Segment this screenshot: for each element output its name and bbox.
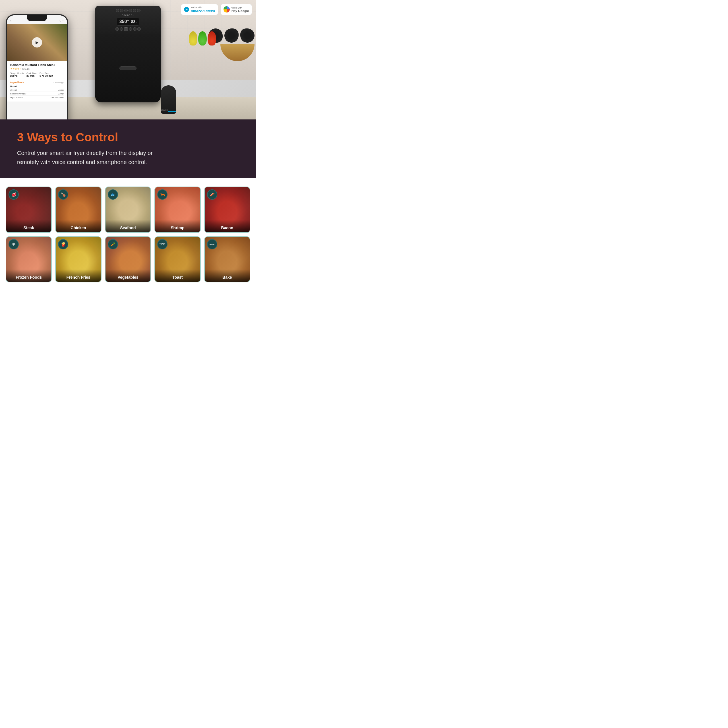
bowl xyxy=(220,44,254,61)
food-item-frozen-foods[interactable]: ❄ Frozen Foods xyxy=(6,236,52,282)
alexa-brand: amazon alexa xyxy=(191,9,215,13)
bacon-label: Bacon xyxy=(205,220,250,232)
btn3 xyxy=(124,9,128,12)
alexa-badge: ≋ works with amazon alexa xyxy=(181,4,218,15)
echo-ring xyxy=(168,111,176,112)
fruit-bowl xyxy=(220,44,254,61)
food-item-bake[interactable]: BAKE Bake xyxy=(204,236,250,282)
echo-brand: amazon xyxy=(161,109,168,111)
control-section: 3 Ways to Control Control your smart air… xyxy=(0,119,256,178)
bake-badge: BAKE xyxy=(207,239,217,249)
seafood-label: Seafood xyxy=(106,220,150,232)
google-icon xyxy=(223,6,230,12)
airfryer-buttons-row1 xyxy=(116,9,141,12)
fruit-red xyxy=(208,31,216,46)
airfryer-buttons-row2 xyxy=(115,27,141,31)
prep-label: Prep Time xyxy=(40,72,53,75)
phone-food-image: ▶ xyxy=(7,24,67,61)
btn2 xyxy=(120,9,124,12)
cook-meta: Cook Time 35 min xyxy=(26,72,37,77)
ingredients-title: Ingredients xyxy=(10,81,24,84)
shrimp-label: Shrimp xyxy=(155,220,200,232)
bread-section: Bread xyxy=(10,85,64,87)
ing2-name: balsamic vinegar xyxy=(10,92,26,95)
frozen-label: Frozen Foods xyxy=(6,269,51,282)
fruit-green xyxy=(198,31,207,46)
steak-icon: 🥩 xyxy=(9,190,19,200)
airfryer-lower xyxy=(95,34,161,102)
ing3-amount: 2 tablespoons xyxy=(50,96,64,99)
btn12 xyxy=(138,27,141,31)
echo-device: amazon xyxy=(161,85,176,114)
phone-screen: ‹ ♡ ↑ ▶ Balsamic Mustard Flank Steak ★★★… xyxy=(7,15,67,119)
google-badge: works with Hey Google xyxy=(220,4,252,15)
rating-count: (30.1k) xyxy=(23,67,31,70)
cook-value: 35 min xyxy=(26,75,37,77)
food-item-shrimp[interactable]: 🦐 Shrimp xyxy=(154,187,200,232)
food-item-toast[interactable]: TOAST Toast xyxy=(154,236,200,282)
google-brand: Hey Google xyxy=(231,9,249,12)
btn9 xyxy=(124,27,128,31)
control-text: 3 Ways to Control Control your smart air… xyxy=(17,131,239,167)
phone-action-icons: ♡ ↑ xyxy=(59,19,64,23)
vegetables-label: Vegetables xyxy=(106,269,150,282)
btn8 xyxy=(120,27,123,31)
food-item-vegetables[interactable]: 🥕 Vegetables xyxy=(105,236,151,282)
alexa-icon: ≋ xyxy=(184,7,189,12)
seafood-icon: 🐟 xyxy=(108,190,118,200)
airfryer-display: 350° 88. xyxy=(117,18,139,26)
avocado3 xyxy=(240,28,254,43)
recipe-meta: Temp: (Roast) 220 °F Cook Time 35 min Pr… xyxy=(10,72,64,80)
food-item-bacon[interactable]: 🥓 Bacon xyxy=(204,187,250,232)
btn11 xyxy=(133,27,136,31)
food-item-chicken[interactable]: 🍗 Chicken xyxy=(55,187,101,232)
toast-badge-text: TOAST xyxy=(159,243,165,245)
alexa-text-container: works with amazon alexa xyxy=(191,6,215,13)
recipe-rating: ★★★★☆ (30.1k) xyxy=(10,67,64,70)
btn6 xyxy=(137,9,141,12)
temp-meta: Temp: (Roast) 220 °F xyxy=(10,72,24,77)
chicken-label: Chicken xyxy=(56,220,101,232)
airfryer-top: COSORI 350° 88. xyxy=(95,6,161,34)
fruit-yellow xyxy=(189,31,197,46)
ingredient-row-3: Dijon mustard 2 tablespoons xyxy=(10,96,64,99)
bacon-icon: 🥓 xyxy=(207,190,217,200)
play-button[interactable]: ▶ xyxy=(32,37,42,47)
food-grid-section: 🥩 Steak 🍗 Chicken 🐟 Seafood 🦐 Shrimp xyxy=(0,178,256,291)
servings: 2 Servings xyxy=(53,81,64,84)
temp-label: Temp: (Roast) xyxy=(10,72,24,75)
alexa-works-with: works with xyxy=(191,6,215,9)
bake-badge-text: BAKE xyxy=(210,243,214,245)
btn4 xyxy=(128,9,132,12)
fruits xyxy=(189,31,216,46)
vegetables-icon: 🥕 xyxy=(108,239,118,249)
temp-value: 220 °F xyxy=(10,75,24,77)
ing1-amount: ¼ cup xyxy=(58,89,64,91)
ingredients-header: Ingredients 2 Servings xyxy=(10,81,64,84)
airfryer-handle xyxy=(119,66,136,70)
phone-notch xyxy=(27,15,47,21)
control-description: Control your smart air fryer directly fr… xyxy=(17,148,165,167)
top-section: ≋ works with amazon alexa works with Hey… xyxy=(0,0,256,119)
btn1 xyxy=(116,9,119,12)
phone-mockup: ‹ ♡ ↑ ▶ Balsamic Mustard Flank Steak ★★★… xyxy=(6,14,68,119)
frozen-icon: ❄ xyxy=(9,239,19,249)
food-grid: 🥩 Steak 🍗 Chicken 🐟 Seafood 🦐 Shrimp xyxy=(6,187,250,282)
airfryer-brand: COSORI xyxy=(122,14,134,17)
phone-back-icon: ‹ xyxy=(10,19,11,23)
steak-label: Steak xyxy=(6,220,51,232)
google-works-with: works with xyxy=(231,6,249,9)
google-text-container: works with Hey Google xyxy=(231,6,249,13)
ingredient-row-2: balsamic vinegar ¼ cup xyxy=(10,92,64,96)
control-title: 3 Ways to Control xyxy=(17,131,239,144)
recipe-title: Balsamic Mustard Flank Steak xyxy=(10,63,64,67)
ing1-name: olive oil xyxy=(10,89,17,91)
food-item-french-fries[interactable]: 🍟 French Fries xyxy=(55,236,101,282)
toast-badge: TOAST xyxy=(157,239,168,249)
prep-meta: Prep Time 1 hr 30 min xyxy=(40,72,53,77)
food-item-steak[interactable]: 🥩 Steak xyxy=(6,187,52,232)
echo-body: amazon xyxy=(161,85,176,114)
food-item-seafood[interactable]: 🐟 Seafood xyxy=(105,187,151,232)
phone-recipe-content: Balsamic Mustard Flank Steak ★★★★☆ (30.1… xyxy=(7,61,67,101)
ing2-amount: ¼ cup xyxy=(58,92,64,95)
